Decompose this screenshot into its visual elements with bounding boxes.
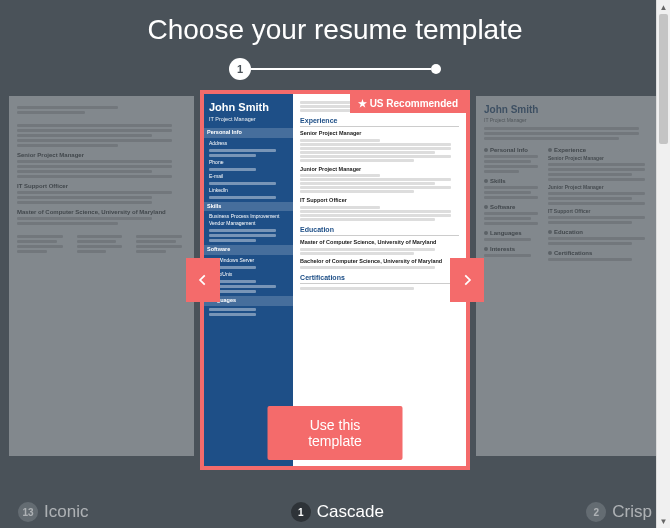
template-labels: 13 Iconic 1 Cascade 2 Crisp — [0, 502, 670, 522]
edu-1: Master of Computer Science, University o… — [300, 239, 459, 246]
scrollbar[interactable]: ▲ ▼ — [656, 0, 670, 528]
skill-2: Vendor Management — [209, 220, 288, 227]
recommended-badge: ★ US Recommended — [350, 94, 466, 113]
edu-2: Bachelor of Computer Science, University… — [300, 258, 459, 265]
scroll-up-icon[interactable]: ▲ — [657, 0, 670, 14]
template-card-cascade-wrap: John Smith IT Project Manager Personal I… — [200, 90, 470, 470]
template-card-crisp[interactable]: John Smith IT Project Manager Personal I… — [476, 96, 661, 456]
next-arrow-button[interactable] — [450, 258, 484, 302]
sec-certs: Certifications — [300, 273, 459, 284]
scroll-thumb[interactable] — [659, 14, 668, 144]
stepper: 1 — [0, 58, 670, 80]
job-1: Senior Project Manager — [300, 130, 459, 137]
template-card-iconic[interactable]: Senior Project Manager IT Support Office… — [9, 96, 194, 456]
template-carousel: Senior Project Manager IT Support Office… — [0, 90, 670, 490]
sec-skills: Skills — [204, 202, 293, 212]
label-iconic[interactable]: 13 Iconic — [18, 502, 88, 522]
chevron-left-icon — [196, 273, 210, 287]
label-crisp[interactable]: 2 Crisp — [586, 502, 652, 522]
step-1-dot: 1 — [229, 58, 251, 80]
num-badge-iconic: 13 — [18, 502, 38, 522]
step-end-dot — [431, 64, 441, 74]
scroll-down-icon[interactable]: ▼ — [657, 514, 670, 528]
resume-name: John Smith — [209, 100, 288, 115]
dim-overlay — [476, 96, 661, 456]
badge-text: US Recommended — [370, 98, 458, 109]
sec-experience: Experience — [300, 116, 459, 127]
skill-1: Business Process Improvement — [209, 213, 288, 220]
lbl-address: Address — [209, 140, 288, 147]
num-badge-cascade: 1 — [291, 502, 311, 522]
star-icon: ★ — [358, 98, 367, 109]
job-2: Junior Project Manager — [300, 166, 459, 173]
sec-personal: Personal Info — [204, 128, 293, 138]
num-badge-crisp: 2 — [586, 502, 606, 522]
label-crisp-text: Crisp — [612, 502, 652, 522]
lbl-linkedin: LinkedIn — [209, 187, 288, 194]
lbl-phone: Phone — [209, 159, 288, 166]
label-iconic-text: Iconic — [44, 502, 88, 522]
sw-1: MS Windows Server — [209, 257, 288, 264]
use-template-button[interactable]: Use this template — [268, 406, 403, 460]
sw-2: Linux/Unix — [209, 271, 288, 278]
page-title: Choose your resume template — [0, 0, 670, 54]
job-3: IT Support Officer — [300, 197, 459, 204]
label-cascade-text: Cascade — [317, 502, 384, 522]
chevron-right-icon — [460, 273, 474, 287]
prev-arrow-button[interactable] — [186, 258, 220, 302]
step-line — [251, 68, 431, 70]
sec-software: Software — [204, 245, 293, 255]
resume-role: IT Project Manager — [209, 116, 288, 124]
label-cascade[interactable]: 1 Cascade — [291, 502, 384, 522]
sec-education: Education — [300, 225, 459, 236]
lbl-email: E-mail — [209, 173, 288, 180]
dim-overlay — [9, 96, 194, 456]
